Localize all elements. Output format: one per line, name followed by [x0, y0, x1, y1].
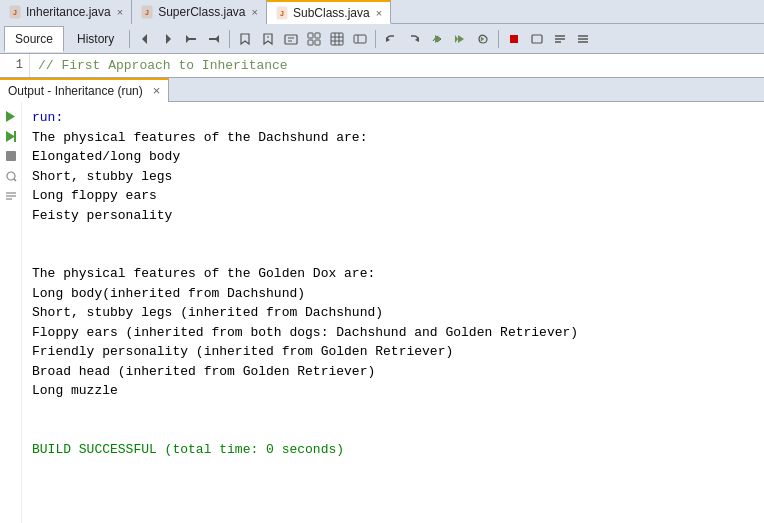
svg-rect-36: [532, 35, 542, 43]
output-text-area[interactable]: run:The physical features of the Dachshu…: [22, 102, 764, 523]
toolbar-btn-4[interactable]: [203, 28, 225, 50]
toolbar-btn-17[interactable]: [549, 28, 571, 50]
output-line: The physical features of the Dachshund a…: [32, 128, 754, 148]
toolbar-btn-2[interactable]: [157, 28, 179, 50]
output-line: [32, 245, 754, 265]
output-line: [32, 225, 754, 245]
svg-marker-43: [6, 111, 15, 122]
svg-marker-6: [142, 34, 147, 44]
svg-rect-20: [308, 40, 313, 45]
history-tab[interactable]: History: [66, 26, 125, 52]
svg-rect-18: [308, 33, 313, 38]
toolbar-btn-16[interactable]: [526, 28, 548, 50]
toolbar-group-2: [234, 28, 371, 50]
output-line: Friendly personality (inherited from Gol…: [32, 342, 754, 362]
toolbar-btn-3[interactable]: [180, 28, 202, 50]
editor-comment: // First Approach to Inheritance: [38, 58, 288, 73]
output-line: Long body(inherited from Dachshund): [32, 284, 754, 304]
sidebar-run-btn[interactable]: [3, 108, 19, 124]
toolbar-sep-2: [229, 30, 230, 48]
sidebar-icon-5[interactable]: [3, 188, 19, 204]
svg-marker-11: [215, 35, 219, 43]
toolbar-btn-6[interactable]: [257, 28, 279, 50]
output-tab[interactable]: Output - Inheritance (run) ×: [0, 78, 169, 102]
toolbar-group-3: [380, 28, 494, 50]
tab-superclass-close[interactable]: ×: [252, 6, 258, 18]
tab-inheritance[interactable]: J Inheritance.java ×: [0, 0, 132, 24]
svg-text:J: J: [13, 9, 17, 16]
tab-subclass-close[interactable]: ×: [376, 7, 382, 19]
toolbar-btn-11[interactable]: [380, 28, 402, 50]
svg-marker-34: [481, 36, 485, 41]
output-line: Long muzzle: [32, 381, 754, 401]
output-line: Broad head (inherited from Golden Retrie…: [32, 362, 754, 382]
svg-marker-44: [6, 131, 15, 142]
output-content: run:The physical features of the Dachshu…: [0, 102, 764, 523]
main-layout: 1 // First Approach to Inheritance Outpu…: [0, 54, 764, 523]
svg-marker-33: [455, 35, 458, 43]
tab-bar: J Inheritance.java × J SuperClass.java ×…: [0, 0, 764, 24]
tab-superclass[interactable]: J SuperClass.java ×: [132, 0, 267, 24]
svg-rect-15: [285, 35, 297, 44]
output-line: [32, 420, 754, 440]
svg-marker-32: [458, 35, 464, 43]
toolbar-btn-1[interactable]: [134, 28, 156, 50]
toolbar-btn-15[interactable]: [472, 28, 494, 50]
output-line: Elongated/long body: [32, 147, 754, 167]
line-number-1: 1: [6, 58, 23, 72]
toolbar-btn-8[interactable]: [303, 28, 325, 50]
svg-text:J: J: [145, 9, 149, 16]
toolbar-group-4: [503, 28, 594, 50]
output-line: BUILD SUCCESSFUL (total time: 0 seconds): [32, 440, 754, 460]
svg-rect-35: [510, 35, 518, 43]
editor-content[interactable]: // First Approach to Inheritance: [30, 54, 764, 77]
output-title: Output - Inheritance (run): [8, 84, 143, 98]
output-line: Short, stubby legs: [32, 167, 754, 187]
output-line: Long floppy ears: [32, 186, 754, 206]
svg-marker-12: [241, 34, 249, 44]
tab-subclass-label: SubClass.java: [293, 6, 370, 20]
svg-rect-22: [331, 33, 343, 45]
output-panel: Output - Inheritance (run) ×: [0, 78, 764, 523]
output-line: The physical features of the Golden Dox …: [32, 264, 754, 284]
tab-inheritance-close[interactable]: ×: [117, 6, 123, 18]
toolbar-btn-stop[interactable]: [503, 28, 525, 50]
toolbar-btn-14[interactable]: [449, 28, 471, 50]
output-sidebar: [0, 102, 22, 523]
sidebar-stop-btn[interactable]: [3, 148, 19, 164]
sidebar-icon-4[interactable]: [3, 168, 19, 184]
tab-superclass-label: SuperClass.java: [158, 5, 245, 19]
toolbar-btn-18[interactable]: [572, 28, 594, 50]
toolbar-btn-9[interactable]: [326, 28, 348, 50]
toolbar-btn-10[interactable]: [349, 28, 371, 50]
svg-marker-7: [166, 34, 171, 44]
toolbar-sep-3: [375, 30, 376, 48]
history-label: History: [77, 32, 114, 46]
svg-text:J: J: [280, 10, 284, 17]
svg-rect-46: [6, 151, 16, 161]
toolbar-btn-5[interactable]: [234, 28, 256, 50]
svg-rect-21: [315, 40, 320, 45]
source-tab[interactable]: Source: [4, 26, 64, 52]
toolbar-sep-1: [129, 30, 130, 48]
editor-line-1: // First Approach to Inheritance: [38, 58, 756, 73]
svg-rect-19: [315, 33, 320, 38]
java-icon-2: J: [140, 5, 154, 19]
output-line: [32, 401, 754, 421]
svg-point-47: [7, 172, 15, 180]
toolbar-btn-13[interactable]: [426, 28, 448, 50]
svg-line-48: [14, 179, 16, 181]
sidebar-run-btn-2[interactable]: [3, 128, 19, 144]
output-close[interactable]: ×: [153, 83, 161, 98]
java-icon: J: [8, 5, 22, 19]
toolbar-btn-7[interactable]: [280, 28, 302, 50]
editor-area: 1 // First Approach to Inheritance: [0, 54, 764, 78]
tab-subclass[interactable]: J SubClass.java ×: [267, 0, 391, 24]
output-line: Short, stubby legs (inherited from Dachs…: [32, 303, 754, 323]
toolbar-btn-12[interactable]: [403, 28, 425, 50]
toolbar: Source History: [0, 24, 764, 54]
output-line: run:: [32, 108, 754, 128]
svg-marker-13: [264, 34, 272, 44]
output-line: Floppy ears (inherited from both dogs: D…: [32, 323, 754, 343]
tab-inheritance-label: Inheritance.java: [26, 5, 111, 19]
